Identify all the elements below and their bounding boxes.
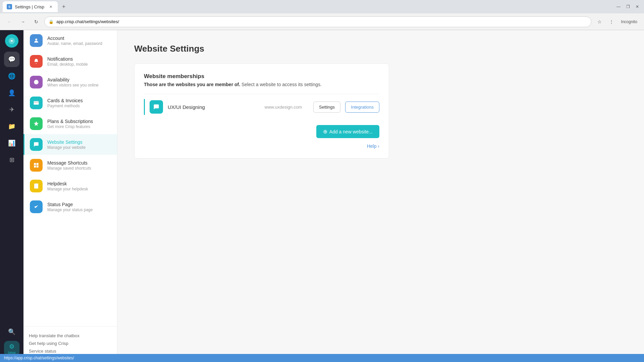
footer-link-help[interactable]: Get help using Crisp (29, 340, 112, 347)
website-settings-subtitle: Manage your website (47, 145, 112, 150)
status-page-icon (30, 200, 43, 213)
card-title: Website memberships (144, 73, 379, 80)
sidebar-item-helpdesk[interactable]: Helpdesk Manage your helpdesk (23, 176, 117, 196)
helpdesk-title: Helpdesk (47, 181, 112, 186)
main-content: Website Settings Website memberships Tho… (117, 30, 644, 360)
plans-icon (30, 117, 43, 130)
window-minimize-button[interactable]: — (614, 3, 623, 11)
availability-subtitle: When visitors see you online (47, 83, 112, 87)
tab-close-button[interactable]: ✕ (48, 4, 54, 9)
nav-item-analytics[interactable]: 📊 (4, 135, 19, 151)
browser-settings-icon[interactable]: ⋮ (606, 16, 617, 27)
address-bar[interactable]: 🔒 app.crisp.chat/settings/websites/ (44, 16, 591, 27)
status-page-title: Status Page (47, 202, 112, 207)
browser-toolbar: ← → ↻ 🔒 app.crisp.chat/settings/websites… (0, 13, 644, 30)
website-entry: UX/UI Designing www.uxdesign.com Setting… (144, 94, 379, 120)
shortcuts-subtitle: Manage saved shortcuts (47, 166, 112, 171)
nav-item-globe[interactable]: 🌐 (4, 68, 19, 84)
sidebar: Account Avatar, name, email, password No… (23, 30, 117, 360)
sidebar-item-availability[interactable]: Availability When visitors see you onlin… (23, 72, 117, 93)
integrations-button[interactable]: Integrations (345, 102, 379, 113)
svg-rect-3 (34, 101, 39, 105)
setup-icon: ⚙ (9, 343, 14, 350)
cards-title: Cards & Invoices (47, 98, 112, 103)
footer-link-translate[interactable]: Help translate the chatbox (29, 332, 112, 340)
plans-text: Plans & Subscriptions Get more Crisp fea… (47, 119, 112, 129)
help-link[interactable]: Help › (144, 143, 379, 149)
window-close-button[interactable]: ✕ (633, 3, 641, 11)
website-settings-text: Website Settings Manage your website (47, 139, 112, 150)
team-icon: 👤 (8, 89, 15, 97)
widgets-icon: ⊞ (9, 156, 14, 164)
website-name: UX/UI Designing (168, 104, 260, 110)
notifications-text: Notifications Email, desktop, mobile (47, 56, 112, 67)
globe-icon: 🌐 (8, 72, 15, 80)
notifications-icon (30, 55, 43, 68)
forward-button[interactable]: → (17, 16, 28, 27)
icon-nav-bottom: 🔍 ⚙ Setup (4, 324, 19, 356)
settings-button[interactable]: Settings (313, 102, 340, 113)
status-page-subtitle: Manage your status page (47, 207, 112, 212)
add-website-button[interactable]: ⊕ Add a new website... (316, 125, 379, 138)
reload-button[interactable]: ↻ (31, 16, 42, 27)
toolbar-right: ☆ ⋮ Incognito (594, 16, 640, 27)
account-text: Account Avatar, name, email, password (47, 36, 112, 46)
nav-item-team[interactable]: 👤 (4, 85, 19, 101)
sidebar-item-notifications[interactable]: Notifications Email, desktop, mobile (23, 51, 117, 72)
browser-chrome: S Settings | Crisp ✕ + — ❐ ✕ ← → ↻ 🔒 app… (0, 0, 644, 30)
new-tab-button[interactable]: + (59, 2, 68, 11)
help-label: Help › (367, 143, 379, 149)
sidebar-item-status-page[interactable]: Status Page Manage your status page (23, 196, 117, 217)
nav-item-files[interactable]: 📁 (4, 119, 19, 134)
svg-point-1 (35, 39, 37, 41)
chat-icon: 💬 (8, 56, 15, 63)
sidebar-item-message-shortcuts[interactable]: Message Shortcuts Manage saved shortcuts (23, 155, 117, 176)
sidebar-item-account[interactable]: Account Avatar, name, email, password (23, 30, 117, 51)
tab-title: Settings | Crisp (15, 4, 44, 9)
nav-item-chat[interactable]: 💬 (4, 52, 19, 67)
website-settings-icon (30, 138, 43, 151)
nav-item-search[interactable]: 🔍 (4, 324, 19, 340)
back-button[interactable]: ← (4, 16, 15, 27)
status-bar: https://app.crisp.chat/settings/websites… (0, 354, 644, 362)
tab-favicon: S (7, 4, 12, 9)
incognito-label: Incognito (618, 19, 640, 24)
window-controls: — ❐ ✕ (614, 3, 641, 11)
sidebar-item-plans[interactable]: Plans & Subscriptions Get more Crisp fea… (23, 113, 117, 134)
icon-nav: 💬 🌐 👤 ✈ 📁 📊 ⊞ 🔍 ⚙ Setup (0, 30, 23, 360)
page-title: Website Settings (134, 44, 627, 54)
address-url: app.crisp.chat/settings/websites/ (56, 19, 119, 24)
account-subtitle: Avatar, name, email, password (47, 41, 112, 46)
crisp-logo[interactable] (5, 34, 18, 48)
availability-icon (30, 76, 43, 88)
plans-subtitle: Get more Crisp features (47, 124, 112, 129)
browser-tab[interactable]: S Settings | Crisp ✕ (3, 1, 58, 12)
nav-item-campaigns[interactable]: ✈ (4, 102, 19, 117)
availability-title: Availability (47, 77, 112, 82)
cards-text: Cards & Invoices Payment methods (47, 98, 112, 108)
lock-icon: 🔒 (49, 19, 54, 24)
availability-text: Availability When visitors see you onlin… (47, 77, 112, 87)
sidebar-item-website-settings[interactable]: Website Settings Manage your website (23, 134, 117, 155)
search-icon: 🔍 (8, 328, 15, 336)
paper-plane-icon: ✈ (9, 106, 14, 113)
plans-title: Plans & Subscriptions (47, 119, 112, 124)
sidebar-item-cards-invoices[interactable]: Cards & Invoices Payment methods (23, 93, 117, 113)
helpdesk-subtitle: Manage your helpdesk (47, 187, 112, 191)
window-maximize-button[interactable]: ❐ (624, 3, 632, 11)
nav-item-widgets[interactable]: ⊞ (4, 152, 19, 168)
account-icon (30, 34, 43, 47)
shortcuts-text: Message Shortcuts Manage saved shortcuts (47, 160, 112, 171)
svg-rect-5 (34, 163, 36, 165)
cards-subtitle: Payment methods (47, 104, 112, 108)
website-favicon (150, 100, 163, 114)
website-settings-title: Website Settings (47, 139, 112, 145)
bookmark-icon[interactable]: ☆ (594, 16, 605, 27)
svg-marker-4 (34, 121, 39, 126)
add-website-label: Add a new website... (329, 129, 373, 134)
notifications-title: Notifications (47, 56, 112, 62)
helpdesk-icon (30, 180, 43, 192)
card-subtitle: Those are the websites you are member of… (144, 82, 379, 87)
status-page-text: Status Page Manage your status page (47, 202, 112, 212)
cards-icon (30, 97, 43, 109)
